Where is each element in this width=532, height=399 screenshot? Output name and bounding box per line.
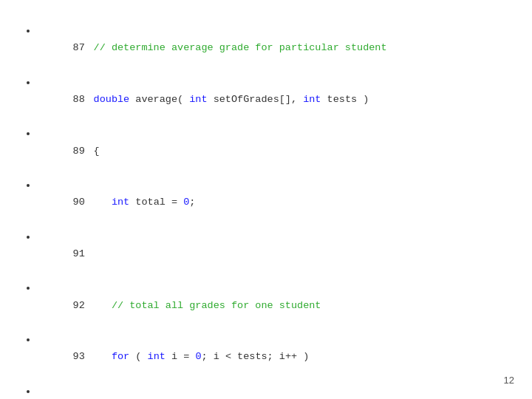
line-89: 89{	[37, 125, 502, 177]
kw-int-93: int	[148, 351, 166, 362]
code-88c: tests )	[321, 94, 369, 105]
code-90a	[94, 197, 112, 208]
page-number: 12	[504, 375, 514, 386]
code-89: {	[94, 146, 100, 157]
line-88: 88double average( int setOfGrades[], int…	[37, 74, 502, 126]
line-num-93: 93	[73, 348, 94, 365]
slide: 87// determine average grade for particu…	[0, 0, 532, 399]
comment-92: // total all grades for one student	[94, 300, 321, 311]
code-90b: total =	[129, 197, 183, 208]
line-num-92: 92	[73, 297, 94, 314]
line-num-89: 89	[73, 143, 94, 160]
line-num-91: 91	[73, 245, 94, 262]
code-93a	[94, 351, 112, 362]
code-listing: 87// determine average grade for particu…	[22, 22, 502, 399]
line-num-87: 87	[73, 39, 94, 56]
kw-double-88: double	[94, 94, 130, 105]
code-93c: i =	[166, 351, 196, 362]
code-88b: setOfGrades[],	[208, 94, 304, 105]
line-91: 91	[37, 228, 502, 280]
line-87: 87// determine average grade for particu…	[37, 22, 502, 74]
line-92: 92 // total all grades for one student	[37, 279, 502, 331]
code-93d: ; i < tests; i++ )	[201, 351, 309, 362]
line-94: 94 total += setOfGrades[ i ];	[37, 383, 502, 399]
code-88: average(	[129, 94, 189, 105]
line-num-88: 88	[73, 91, 94, 108]
code-87: // determine average grade for particula…	[94, 42, 387, 53]
kw-int-88: int	[189, 94, 207, 105]
line-93: 93 for ( int i = 0; i < tests; i++ )	[37, 331, 502, 383]
line-num-90: 90	[73, 194, 94, 211]
kw-int-88b: int	[303, 94, 321, 105]
kw-for-93: for	[112, 351, 129, 362]
code-93b: (	[129, 351, 147, 362]
code-90c: ;	[189, 197, 195, 208]
line-90: 90 int total = 0;	[37, 177, 502, 228]
kw-int-90: int	[112, 197, 129, 208]
